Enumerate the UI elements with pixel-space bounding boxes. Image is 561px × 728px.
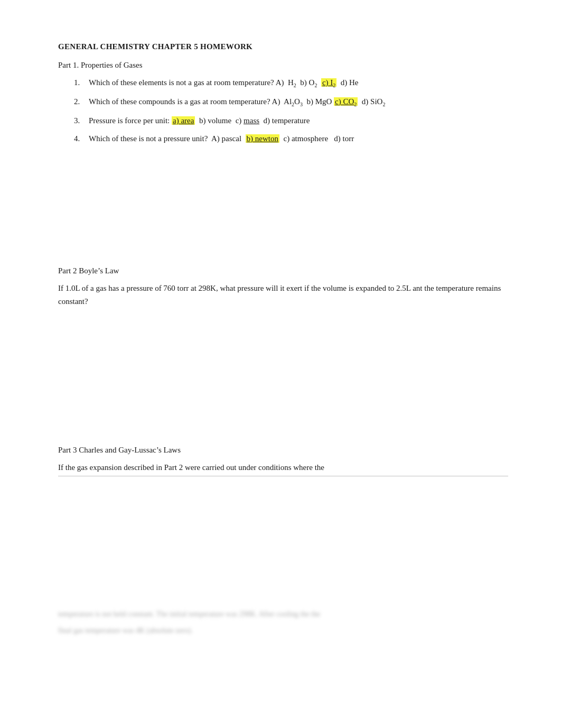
part3-answer-space: [58, 482, 508, 598]
part2-answer-space: [58, 314, 508, 430]
part3-heading: Part 3 Charles and Gay-Lussac’s Laws: [58, 446, 508, 455]
q3-text: Pressure is force per unit: a) area b) v…: [89, 114, 508, 127]
part3-section: Part 3 Charles and Gay-Lussac’s Laws If …: [58, 446, 508, 477]
q4-answer-b: b) newton: [246, 134, 279, 143]
q2-text: Which of these compounds is a gas at roo…: [89, 95, 508, 109]
page-title: GENERAL CHEMISTRY CHAPTER 5 HOMEWORK: [58, 42, 508, 51]
q1-text: Which of these elements is not a gas at …: [89, 76, 508, 90]
q2-num: 2.: [74, 95, 89, 108]
part2-heading: Part 2 Boyle’s Law: [58, 266, 508, 275]
part1-heading: Part 1. Properties of Gases: [58, 61, 508, 70]
part3-line: [58, 476, 508, 476]
part1-section: Part 1. Properties of Gases 1. Which of …: [58, 61, 508, 145]
question-4: 4. Which of these is not a pressure unit…: [74, 132, 508, 145]
part1-answer-space: [58, 155, 508, 251]
part3-blurred-text-1: temperature is not held constant. The in…: [58, 609, 508, 620]
question-3: 3. Pressure is force per unit: a) area b…: [74, 114, 508, 127]
page: GENERAL CHEMISTRY CHAPTER 5 HOMEWORK Par…: [0, 0, 561, 728]
part2-paragraph: If 1.0L of a gas has a pressure of 760 t…: [58, 282, 508, 308]
q3-answer-a: a) area: [172, 116, 195, 125]
q3-mass: mass: [244, 116, 259, 125]
questions-list: 1. Which of these elements is not a gas …: [74, 76, 508, 145]
part3-blurred-text-2: final gas temperature was 4K (absolute z…: [58, 625, 508, 637]
q4-num: 4.: [74, 132, 89, 145]
q4-text: Which of these is not a pressure unit? A…: [89, 132, 508, 145]
question-2: 2. Which of these compounds is a gas at …: [74, 95, 508, 109]
q2-answer-c: c) CO2: [334, 97, 358, 106]
part2-section: Part 2 Boyle’s Law If 1.0L of a gas has …: [58, 266, 508, 308]
q1-answer-c: c) I2: [321, 78, 336, 87]
question-1: 1. Which of these elements is not a gas …: [74, 76, 508, 90]
q1-num: 1.: [74, 76, 89, 89]
q3-num: 3.: [74, 114, 89, 127]
part3b-answer-space: [58, 641, 508, 728]
part3-blurred-section: temperature is not held constant. The in…: [58, 609, 508, 637]
part3-paragraph: If the gas expansion described in Part 2…: [58, 461, 508, 477]
